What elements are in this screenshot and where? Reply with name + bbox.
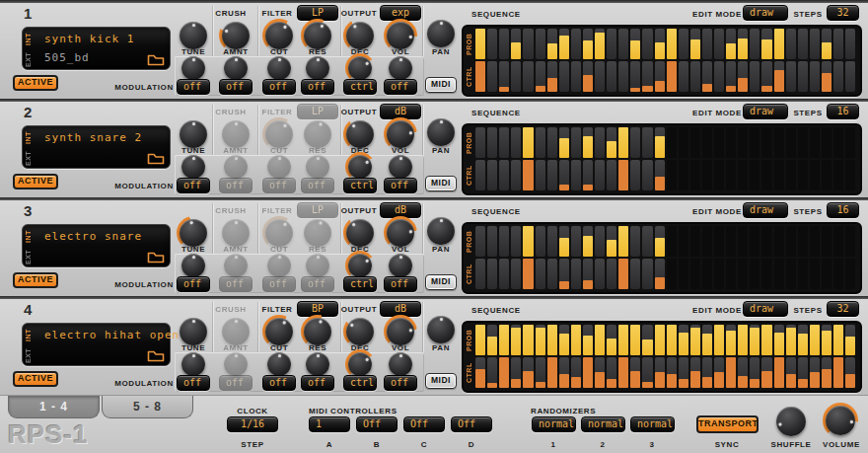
ctrl-step-cell[interactable] [571,357,581,388]
prob-step-cell[interactable] [750,325,760,355]
ctrl-step-cell[interactable] [750,160,760,190]
ctrl-step-cell[interactable] [536,61,545,92]
int-source-label[interactable]: INT [25,129,32,147]
prob-step-cell[interactable] [487,325,497,355]
prob-step-cell[interactable] [559,29,569,59]
ctrl-step-cell[interactable] [618,357,628,388]
ctrl-step-cell[interactable] [536,357,545,388]
edit-mode-dropdown[interactable]: draw [743,104,788,119]
ext-source-label[interactable]: EXT [25,149,32,167]
prob-step-cell[interactable] [536,29,545,59]
ctrl-step-cell[interactable] [642,61,652,92]
cut-mod-dropdown[interactable]: off [262,178,296,193]
ctrl-step-cell[interactable] [761,259,771,289]
dec-mod-dropdown[interactable]: ctrl [343,375,377,391]
midi-controller-c-dropdown[interactable]: Off [403,416,445,432]
midi-controller-b-dropdown[interactable]: Off [356,416,398,432]
ctrl-step-cell[interactable] [642,160,652,190]
ctrl-step-cell[interactable] [547,357,557,388]
res-mod-dropdown[interactable]: off [301,276,334,292]
int-source-label[interactable]: INT [25,31,32,48]
prob-step-cell[interactable] [738,29,748,59]
vol-mod-dropdown[interactable]: off [384,178,417,193]
ctrl-step-cell[interactable] [786,259,796,289]
ctrl-step-cell[interactable] [487,259,497,289]
dec-knob[interactable] [346,120,374,148]
ctrl-step-cell[interactable] [702,160,712,190]
ctrl-step-cell[interactable] [511,357,521,388]
cut-knob[interactable] [265,219,293,247]
amnt-mod-dropdown[interactable]: off [219,375,253,391]
shuffle-knob[interactable] [776,407,806,436]
dec-mod-knob[interactable] [348,56,372,80]
prob-step-cell[interactable] [798,127,808,158]
ctrl-step-cell[interactable] [511,160,521,190]
volume-knob[interactable] [826,406,855,435]
prob-step-cell[interactable] [750,226,760,257]
ctrl-step-cell[interactable] [499,357,509,388]
prob-step-cell[interactable] [487,127,497,158]
ctrl-step-cell[interactable] [499,160,509,190]
ctrl-step-cell[interactable] [559,61,569,92]
prob-step-cell[interactable] [667,325,677,355]
cut-knob[interactable] [265,120,293,148]
vol-mod-dropdown[interactable]: off [384,375,417,391]
prob-step-cell[interactable] [547,127,557,158]
prob-step-cell[interactable] [655,325,665,355]
ctrl-step-cell[interactable] [523,259,533,289]
prob-step-cell[interactable] [499,127,509,158]
prob-step-cell[interactable] [761,226,771,257]
prob-step-cell[interactable] [822,226,832,257]
randomizer-2-dropdown[interactable]: normal [581,416,625,432]
ext-source-label[interactable]: EXT [25,248,32,265]
prob-step-cell[interactable] [726,127,736,158]
ctrl-step-cell[interactable] [667,160,677,190]
res-mod-dropdown[interactable]: off [301,178,334,193]
ctrl-step-cell[interactable] [833,357,843,388]
amnt-mod-dropdown[interactable]: off [219,178,253,193]
ctrl-step-cell[interactable] [630,160,640,190]
ctrl-step-cell[interactable] [690,160,700,190]
prob-step-cell[interactable] [523,127,533,158]
ctrl-step-cell[interactable] [845,160,855,190]
clock-dropdown[interactable]: 1/16 [227,416,278,432]
pan-knob[interactable] [427,118,455,146]
ctrl-step-cell[interactable] [845,61,855,92]
ctrl-step-cell[interactable] [499,259,509,289]
prob-step-cell[interactable] [798,226,808,257]
edit-mode-dropdown[interactable]: draw [743,202,788,218]
ctrl-step-cell[interactable] [679,259,688,289]
int-source-label[interactable]: INT [25,327,32,344]
ctrl-step-cell[interactable] [786,61,796,92]
ctrl-step-cell[interactable] [559,259,569,289]
ctrl-step-cell[interactable] [667,259,677,289]
tune-knob[interactable] [180,22,207,49]
prob-step-cell[interactable] [499,226,509,257]
vol-mod-knob[interactable] [389,352,412,376]
ctrl-step-cell[interactable] [595,357,605,388]
midi-button[interactable]: MIDI [425,274,457,290]
prob-step-cell[interactable] [511,29,521,59]
res-knob[interactable] [304,120,331,148]
midi-button[interactable]: MIDI [425,373,457,389]
midi-button[interactable]: MIDI [425,176,457,191]
ctrl-step-cell[interactable] [761,61,771,92]
folder-icon[interactable] [147,52,165,66]
cut-mod-knob[interactable] [267,56,291,80]
tune-knob[interactable] [180,318,207,345]
ctrl-step-cell[interactable] [595,61,605,92]
res-knob[interactable] [304,219,331,247]
sample-display[interactable]: INTEXTelectro snare [22,224,171,267]
dec-knob[interactable] [346,318,374,345]
ctrl-step-cell[interactable] [475,259,485,289]
cut-mod-knob[interactable] [267,254,291,277]
prob-step-cell[interactable] [679,325,688,355]
prob-step-cell[interactable] [833,29,843,59]
ctrl-step-cell[interactable] [618,160,628,190]
prob-step-cell[interactable] [583,29,593,59]
prob-step-cell[interactable] [523,325,533,355]
vol-knob[interactable] [387,318,414,345]
dec-knob[interactable] [346,219,374,247]
ctrl-step-cell[interactable] [475,357,485,388]
prob-step-cell[interactable] [679,226,688,257]
